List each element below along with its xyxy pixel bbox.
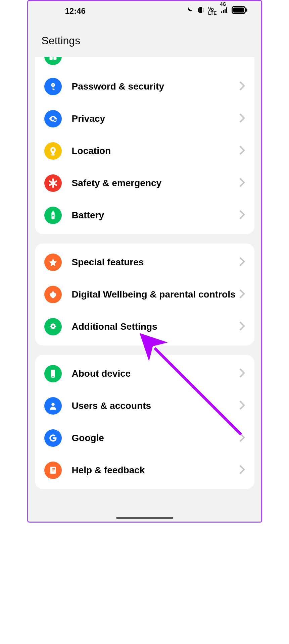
status-bar: 12:46 Vo LTE 4G (28, 1, 261, 21)
settings-row-battery[interactable]: Battery (35, 199, 254, 231)
phone-icon (44, 365, 62, 382)
settings-row-label: Digital Wellbeing & parental controls (72, 288, 239, 301)
person-icon (44, 397, 62, 415)
settings-row-label: About device (72, 367, 239, 380)
home-indicator (116, 517, 173, 519)
settings-content: AppsPassword & securityPrivacyLocationSa… (28, 57, 261, 489)
svg-point-14 (51, 154, 55, 156)
settings-row-label: Special features (72, 256, 239, 269)
battery-status-icon (232, 6, 248, 16)
apps-icon (44, 57, 62, 65)
settings-row-label: Help & feedback (72, 464, 239, 477)
svg-rect-25 (52, 470, 55, 470)
settings-row-digital_wellbeing[interactable]: Digital Wellbeing & parental controls (35, 278, 254, 311)
star-icon (44, 254, 62, 271)
settings-row-location[interactable]: Location (35, 135, 254, 167)
chevron-right-icon (239, 321, 245, 332)
settings-row-label: Apps (72, 57, 239, 58)
svg-rect-23 (50, 467, 51, 474)
svg-rect-7 (53, 57, 56, 60)
svg-rect-26 (52, 471, 54, 471)
chevron-right-icon (239, 210, 245, 221)
settings-row-special_features[interactable]: Special features (35, 246, 254, 278)
settings-row-apps[interactable]: Apps (35, 57, 254, 70)
svg-rect-13 (54, 120, 56, 121)
page-title: Settings (28, 21, 261, 57)
svg-rect-6 (49, 57, 52, 60)
asterisk-icon (44, 174, 62, 192)
signal-icon: 4G (220, 6, 228, 16)
gear-star-icon (44, 318, 62, 335)
svg-point-18 (52, 325, 54, 327)
status-time: 12:46 (65, 6, 86, 16)
settings-row-label: Additional Settings (72, 320, 239, 333)
settings-row-label: Safety & emergency (72, 177, 239, 190)
svg-rect-3 (246, 9, 247, 12)
chevron-right-icon (239, 465, 245, 476)
settings-row-help_feedback[interactable]: Help & feedback (35, 454, 254, 486)
settings-row-google[interactable]: Google (35, 422, 254, 454)
eye-lock-icon (44, 110, 62, 127)
settings-group: About deviceUsers & accountsGoogleHelp &… (35, 355, 254, 489)
settings-row-privacy[interactable]: Privacy (35, 103, 254, 135)
chevron-right-icon (239, 257, 245, 268)
chevron-right-icon (239, 400, 245, 412)
key-icon (44, 78, 62, 95)
volte-indicator: Vo LTE (208, 7, 216, 15)
settings-row-users_accounts[interactable]: Users & accounts (35, 390, 254, 422)
settings-row-label: Password & security (72, 80, 239, 93)
settings-row-password_security[interactable]: Password & security (35, 70, 254, 103)
book-icon (44, 462, 62, 479)
settings-row-label: Battery (72, 209, 239, 222)
settings-row-label: Users & accounts (72, 399, 239, 412)
svg-point-21 (51, 403, 54, 406)
svg-rect-20 (52, 376, 54, 377)
chevron-right-icon (239, 177, 245, 189)
chevron-right-icon (239, 289, 245, 300)
device-frame: 12:46 Vo LTE 4G Settings AppsPassword & … (27, 0, 262, 523)
settings-group: Special featuresDigital Wellbeing & pare… (35, 244, 254, 345)
settings-row-additional_settings[interactable]: Additional Settings (35, 311, 254, 343)
svg-rect-24 (52, 468, 55, 469)
svg-rect-11 (52, 89, 54, 90)
settings-row-label: Privacy (72, 112, 239, 125)
location-icon (44, 142, 62, 160)
svg-rect-2 (233, 8, 244, 13)
settings-row-label: Google (72, 432, 239, 444)
chevron-right-icon (239, 432, 245, 444)
status-icons: Vo LTE 4G (185, 6, 247, 16)
svg-point-9 (52, 85, 54, 86)
chevron-right-icon (239, 81, 245, 92)
settings-row-safety_emergency[interactable]: Safety & emergency (35, 167, 254, 199)
heart-icon (44, 286, 62, 303)
vibrate-icon (197, 6, 205, 16)
battery-icon (44, 207, 62, 224)
settings-row-about_device[interactable]: About device (35, 358, 254, 390)
settings-row-label: Location (72, 145, 239, 157)
chevron-right-icon (239, 57, 245, 59)
google-icon (44, 429, 62, 447)
chevron-right-icon (239, 145, 245, 157)
svg-rect-16 (52, 211, 54, 213)
chevron-right-icon (239, 113, 245, 124)
svg-rect-0 (199, 7, 202, 13)
chevron-right-icon (239, 368, 245, 379)
settings-group: AppsPassword & securityPrivacyLocationSa… (35, 57, 254, 234)
dnd-moon-icon (185, 6, 193, 16)
